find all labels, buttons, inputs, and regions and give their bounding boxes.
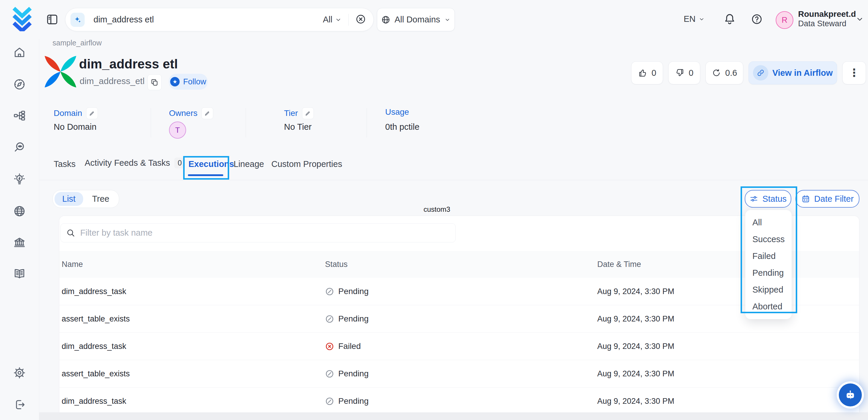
user-menu-chevron-icon[interactable] — [855, 15, 864, 24]
column-header-status[interactable]: Status — [325, 260, 597, 269]
table-row[interactable]: dim_address_task Failed Aug 9, 2024, 3:3… — [59, 333, 859, 360]
pending-status-icon — [325, 397, 334, 406]
column-header-name[interactable]: Name — [59, 260, 325, 269]
task-name-cell[interactable]: dim_address_task — [59, 287, 325, 296]
language-selector[interactable]: EN — [684, 14, 705, 24]
sidebar-item-home[interactable] — [13, 46, 26, 59]
tab-custom-properties[interactable]: Custom Properties — [271, 159, 342, 169]
avatar-initial: R — [782, 16, 787, 25]
user-role: Data Steward — [798, 19, 856, 28]
tab-executions[interactable]: Executions — [188, 159, 234, 169]
task-filter-input[interactable] — [80, 228, 455, 238]
status-option-pending[interactable]: Pending — [745, 265, 792, 281]
table-row[interactable]: dim_address_task Pending Aug 9, 2024, 3:… — [59, 388, 859, 413]
tab-lineage[interactable]: Lineage — [234, 159, 264, 169]
breadcrumb[interactable]: sample_airflow — [53, 39, 102, 47]
status-option-aborted[interactable]: Aborted — [745, 298, 792, 315]
version-button[interactable]: 0.6 — [706, 61, 743, 84]
status-filter-button[interactable]: Status — [745, 190, 791, 208]
task-name-cell[interactable]: assert_table_exists — [59, 314, 325, 324]
domain-label-row: Domain — [54, 107, 98, 119]
more-actions-button[interactable]: ⋮ — [842, 61, 866, 84]
status-option-success[interactable]: Success — [745, 231, 792, 248]
sidebar-item-explore[interactable] — [13, 78, 26, 91]
tab-tasks[interactable]: Tasks — [54, 159, 75, 169]
sidebar-item-observability[interactable] — [13, 141, 26, 154]
globe-icon — [381, 15, 391, 25]
status-text: Pending — [338, 287, 369, 296]
search-divider — [348, 14, 349, 26]
meta-divider — [246, 108, 246, 138]
datetime-cell: Aug 9, 2024, 3:30 PM — [597, 397, 859, 406]
active-tab-underline — [188, 174, 223, 176]
language-label: EN — [684, 14, 695, 24]
version-history-icon — [712, 68, 721, 78]
sidebar-item-domains[interactable] — [13, 205, 26, 218]
pending-status-icon — [325, 314, 334, 324]
help-icon[interactable] — [751, 13, 763, 27]
status-option-skipped[interactable]: Skipped — [745, 281, 792, 298]
task-filter-field[interactable] — [60, 223, 456, 242]
sidebar-item-data-flow[interactable] — [13, 109, 26, 122]
owners-label-row: Owners — [169, 107, 213, 119]
user-avatar[interactable]: R — [776, 11, 794, 29]
view-toggle: List Tree — [53, 190, 119, 208]
follow-button[interactable]: ★ Follow — [169, 74, 208, 90]
sidebar-item-settings[interactable] — [13, 366, 26, 379]
owner-avatar[interactable]: T — [169, 121, 186, 139]
sidebar-toggle-icon[interactable] — [46, 13, 59, 26]
tab-activity-feeds[interactable]: Activity Feeds & Tasks 0 — [85, 157, 185, 169]
table-body: dim_address_task Pending Aug 9, 2024, 3:… — [59, 278, 859, 413]
column-header-datetime[interactable]: Date & Time — [597, 260, 859, 269]
upvote-button[interactable]: 0 — [631, 61, 663, 84]
openmetadata-logo-icon[interactable] — [11, 6, 34, 31]
failed-status-icon — [325, 342, 334, 351]
status-text: Pending — [338, 396, 369, 406]
copy-name-icon[interactable] — [148, 74, 162, 90]
table-row[interactable]: assert_table_exists Pending Aug 9, 2024,… — [59, 360, 859, 388]
datetime-cell: Aug 9, 2024, 3:30 PM — [597, 314, 859, 324]
status-cell: Pending — [325, 287, 597, 296]
all-domains-label: All Domains — [395, 15, 440, 25]
all-domains-selector[interactable]: All Domains — [377, 8, 455, 31]
user-menu[interactable]: Rounakpreet.d Data Steward — [798, 9, 856, 28]
edit-owners-icon[interactable] — [202, 107, 213, 119]
tier-value: No Tier — [284, 122, 311, 132]
date-filter-button[interactable]: Date Filter — [796, 190, 860, 208]
task-name-cell[interactable]: dim_address_task — [59, 342, 325, 351]
pending-status-icon — [325, 287, 334, 296]
downvote-button[interactable]: 0 — [668, 61, 700, 84]
notifications-bell-icon[interactable] — [723, 12, 736, 27]
tree-view-toggle[interactable]: Tree — [84, 192, 117, 206]
clear-search-icon[interactable] — [355, 13, 366, 26]
usage-label-row: Usage — [385, 107, 409, 117]
datetime-cell: Aug 9, 2024, 3:30 PM — [597, 342, 859, 351]
search-input[interactable] — [93, 14, 323, 25]
tier-label-row: Tier — [284, 107, 314, 119]
sidebar-item-insights[interactable] — [13, 173, 26, 186]
sidebar-item-glossary[interactable] — [13, 267, 26, 280]
sidebar-item-logout[interactable] — [13, 398, 26, 411]
app-root: All All Domains EN R — [0, 0, 868, 420]
chat-bot-button[interactable] — [839, 384, 862, 407]
status-cell: Pending — [325, 396, 597, 406]
global-search-bar[interactable]: All — [65, 8, 374, 31]
table-row[interactable]: assert_table_exists Pending Aug 9, 2024,… — [59, 305, 859, 333]
meta-divider — [151, 108, 151, 138]
domain-label: Domain — [54, 109, 82, 118]
task-name-cell[interactable]: assert_table_exists — [59, 369, 325, 379]
sidebar-item-governance[interactable] — [13, 236, 26, 249]
edit-tier-icon[interactable] — [302, 107, 314, 119]
status-option-failed[interactable]: Failed — [745, 248, 792, 265]
status-text: Failed — [338, 341, 361, 351]
tab-activity-feeds-badge: 0 — [174, 157, 186, 169]
table-row[interactable]: dim_address_task Pending Aug 9, 2024, 3:… — [59, 278, 859, 305]
left-sidebar — [0, 39, 39, 420]
view-in-airflow-button[interactable]: View in Airflow — [749, 61, 837, 84]
edit-domain-icon[interactable] — [86, 107, 98, 119]
list-view-toggle[interactable]: List — [55, 192, 83, 206]
status-option-all[interactable]: All — [745, 214, 792, 231]
task-name-cell[interactable]: dim_address_task — [59, 397, 325, 406]
search-scope-dropdown[interactable]: All — [323, 15, 342, 25]
follow-star-icon: ★ — [170, 77, 180, 86]
